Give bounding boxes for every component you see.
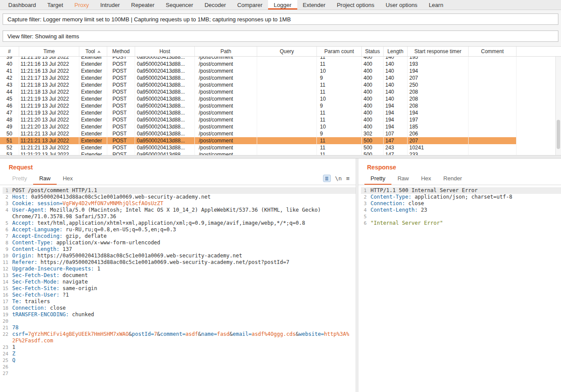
code-line: 7Accept-Encoding: gzip, deflate xyxy=(3,233,356,240)
table-row-48[interactable]: 4811:21:20 13 Jul 2022ExtenderPOST0a9500… xyxy=(0,116,517,123)
column-header-tool[interactable]: Tool xyxy=(79,47,107,56)
cell: POST xyxy=(107,123,135,130)
column-header-param-count[interactable]: Param count xyxy=(317,47,362,56)
tab-learn[interactable]: Learn xyxy=(423,0,449,10)
code-segment: Sec-Fetch-User: xyxy=(12,292,59,298)
table-row-41[interactable]: 4111:21:16 13 Jul 2022ExtenderPOST0a9500… xyxy=(0,68,517,74)
table-row-49[interactable]: 4911:21:20 13 Jul 2022ExtenderPOST0a9500… xyxy=(0,123,517,130)
column-label: Time xyxy=(43,48,54,54)
tab-dashboard[interactable]: Dashboard xyxy=(3,0,42,10)
table-row-45[interactable]: 4511:21:19 13 Jul 2022ExtenderPOST0a9500… xyxy=(0,95,517,102)
table-row-47[interactable]: 4711:21:19 13 Jul 2022ExtenderPOST0a9500… xyxy=(0,109,517,116)
column-header-start-response-timer[interactable]: Start response timer xyxy=(408,47,469,56)
line-number: 1 xyxy=(361,187,371,194)
column-header-path[interactable]: Path xyxy=(195,47,257,56)
cell: /post/comment xyxy=(195,57,257,61)
log-table-header: #TimeToolMethodHostPathQueryParam countS… xyxy=(0,46,561,57)
table-row-42[interactable]: 4211:21:17 13 Jul 2022ExtenderPOST0a9500… xyxy=(0,74,517,81)
table-row-40[interactable]: 4011:21:16 13 Jul 2022ExtenderPOST0a9500… xyxy=(0,61,517,68)
request-tab-raw[interactable]: Raw xyxy=(33,173,57,185)
cell: 107 xyxy=(384,130,408,137)
highlight-toggle-icon[interactable]: ≣ xyxy=(323,175,331,182)
request-tab-hex[interactable]: Hex xyxy=(57,173,79,185)
code-segment: Origin: xyxy=(12,253,34,259)
column-header-host[interactable]: Host xyxy=(135,47,195,56)
table-row-46[interactable]: 4611:21:19 13 Jul 2022ExtenderPOST0a9500… xyxy=(0,102,517,109)
table-row-52[interactable]: 5211:21:21 13 Jul 2022ExtenderPOST0a9500… xyxy=(0,144,517,151)
tab-user-options[interactable]: User options xyxy=(380,0,423,10)
tab-intruder[interactable]: Intruder xyxy=(95,0,126,10)
cell xyxy=(257,88,317,95)
response-tab-pretty[interactable]: Pretty xyxy=(364,173,391,185)
response-editor[interactable]: 1HTTP/1.1 500 Internal Server Error2Cont… xyxy=(358,185,561,392)
tab-sequencer[interactable]: Sequencer xyxy=(160,0,199,10)
code-line: 10Origin: https://0a9500020413d88ac08c5c… xyxy=(3,253,356,259)
tab-proxy[interactable]: Proxy xyxy=(69,0,95,10)
cell: /post/comment xyxy=(195,130,257,137)
code-segment: application/x-www-form-urlencoded xyxy=(53,240,160,246)
request-editor[interactable]: 1POST /post/comment HTTP/1.12Host: 0a950… xyxy=(0,185,356,392)
table-row-44[interactable]: 4411:21:18 13 Jul 2022ExtenderPOST0a9500… xyxy=(0,88,517,95)
table-vertical-scrollbar[interactable] xyxy=(555,57,561,155)
code-segment: Sec-Fetch-Mode: xyxy=(12,279,59,285)
tab-decoder[interactable]: Decoder xyxy=(199,0,231,10)
cell: 43 xyxy=(0,81,19,88)
code-segment: gzip, deflate xyxy=(63,233,107,239)
scrollbar-thumb[interactable] xyxy=(557,120,560,149)
column-header-query[interactable]: Query xyxy=(257,47,317,56)
line-text: Q xyxy=(12,357,356,364)
column-header-time[interactable]: Time xyxy=(19,47,79,56)
cell xyxy=(257,81,317,88)
code-line: 17Te: trailers xyxy=(3,298,356,305)
tab-logger[interactable]: Logger xyxy=(268,0,297,10)
code-segment: postId= xyxy=(132,331,154,337)
cell: 11 xyxy=(317,151,362,155)
cell: POST xyxy=(107,88,135,95)
editor-menu-icon[interactable]: ≡ xyxy=(346,175,350,182)
tab-comparer[interactable]: Comparer xyxy=(231,0,268,10)
column-header-comment[interactable]: Comment xyxy=(469,47,517,56)
line-number: 12 xyxy=(3,266,12,272)
code-segment: Accept: xyxy=(12,220,34,226)
response-tab-raw[interactable]: Raw xyxy=(391,173,415,185)
request-tab-pretty[interactable]: Pretty xyxy=(6,173,33,185)
column-header-status[interactable]: Status xyxy=(362,47,384,56)
column-header-method[interactable]: Method xyxy=(107,47,135,56)
horizontal-splitter[interactable] xyxy=(0,155,561,159)
table-row-39[interactable]: 3911:21:16 13 Jul 2022ExtenderPOST0a9500… xyxy=(0,57,517,61)
cell: 206 xyxy=(408,130,469,137)
cell: 147 xyxy=(384,151,408,155)
response-tab-hex[interactable]: Hex xyxy=(415,173,437,185)
line-text: Sec-Fetch-Site: same-origin xyxy=(12,285,356,292)
view-filter-bar[interactable]: View filter: Showing all items xyxy=(3,30,558,42)
tab-target[interactable]: Target xyxy=(42,0,69,10)
tab-extender[interactable]: Extender xyxy=(297,0,331,10)
log-table-body-viewport[interactable]: 3911:21:16 13 Jul 2022ExtenderPOST0a9500… xyxy=(0,57,561,155)
capture-filter-bar[interactable]: Capture filter: Logger memory limit set … xyxy=(3,14,558,25)
table-row-43[interactable]: 4311:21:18 13 Jul 2022ExtenderPOST0a9500… xyxy=(0,81,517,88)
cell: 11:21:20 13 Jul 2022 xyxy=(19,123,79,130)
code-line: 24Z xyxy=(3,351,356,357)
cell: 0a9500020413d88... xyxy=(135,57,195,61)
cell: 194 xyxy=(408,68,469,74)
cell: POST xyxy=(107,130,135,137)
cell xyxy=(257,144,317,151)
cell: Extender xyxy=(79,151,107,155)
cell: Extender xyxy=(79,61,107,68)
column-header-num[interactable]: # xyxy=(0,47,19,56)
newline-display-icon[interactable]: \n xyxy=(335,175,342,182)
cell xyxy=(257,151,317,155)
response-tab-render[interactable]: Render xyxy=(437,173,468,185)
column-header-length[interactable]: Length xyxy=(384,47,408,56)
cell: 9 xyxy=(317,130,362,137)
table-row-50[interactable]: 5011:21:21 13 Jul 2022ExtenderPOST0a9500… xyxy=(0,130,517,137)
tab-project-options[interactable]: Project options xyxy=(331,0,380,10)
table-row-53[interactable]: 5311:21:22 13 Jul 2022ExtenderPOST0a9500… xyxy=(0,151,517,155)
tab-repeater[interactable]: Repeater xyxy=(126,0,160,10)
code-line: 15Sec-Fetch-Site: same-origin xyxy=(3,285,356,292)
line-text: "Internal Server Error" xyxy=(371,220,561,226)
line-number: 7 xyxy=(3,233,12,240)
cell: 140 xyxy=(384,74,408,81)
cell xyxy=(469,88,517,95)
table-row-51[interactable]: 5111:21:21 13 Jul 2022ExtenderPOST0a9500… xyxy=(0,137,517,144)
